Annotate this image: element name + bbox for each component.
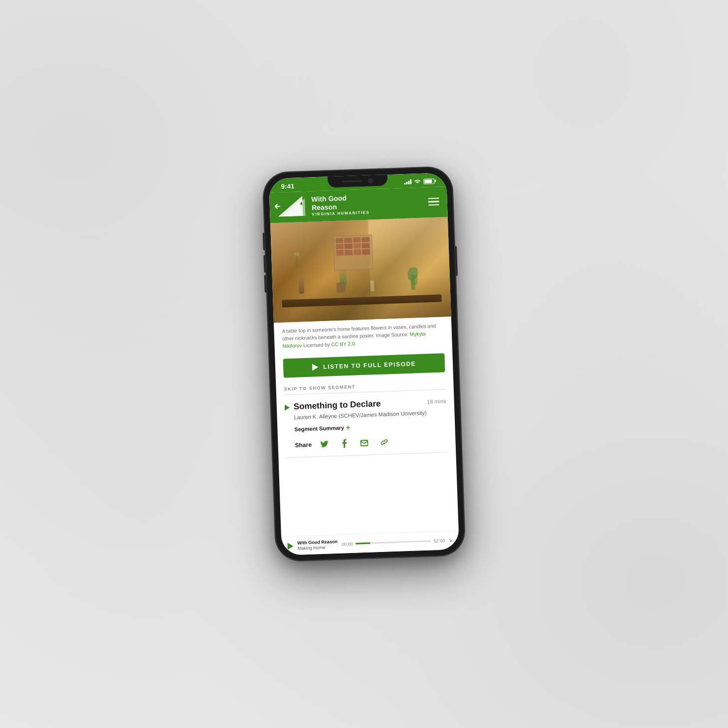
segment-title: Something to Declare	[294, 398, 381, 411]
wifi-icon	[414, 178, 421, 184]
scene-shadow	[272, 276, 451, 322]
logo-triangle-icon	[277, 196, 308, 217]
signal-bar-4	[410, 179, 411, 184]
link-share-button[interactable]	[377, 435, 391, 450]
signal-bars-icon	[404, 179, 411, 184]
logo-text-group: With Good Reason VIRGINIA HUMANITIES	[311, 193, 369, 216]
divider-bottom	[286, 452, 448, 458]
notch-camera	[368, 178, 373, 183]
twitter-share-button[interactable]	[317, 437, 332, 452]
poster-cell	[336, 238, 344, 243]
phone-device: 9:41	[263, 167, 466, 562]
scene-poster	[333, 234, 373, 271]
segment-duration: 18 mins	[427, 398, 446, 404]
status-icons	[404, 178, 434, 185]
segment-summary-button[interactable]: Segment Summary +	[294, 420, 447, 434]
scroll-content: A table top in someone's home features f…	[274, 316, 459, 555]
share-label: Share	[295, 441, 312, 449]
segments-section: SKIP TO SHOW SEGMENT Something to Declar…	[276, 375, 456, 462]
segment-item-1: Something to Declare 18 mins Lauren K. A…	[284, 394, 448, 462]
listen-button-label: LISTEN TO FULL EPISODE	[323, 360, 416, 370]
phone-screen: 9:41	[269, 173, 459, 555]
player-time-current: 00:00	[342, 542, 353, 547]
caption-area: A table top in someone's home features f…	[274, 316, 452, 355]
hamburger-line-2	[428, 201, 439, 202]
play-icon	[312, 364, 318, 370]
email-share-button[interactable]	[357, 436, 371, 450]
player-progress-fill	[355, 543, 370, 545]
share-row: Share	[295, 433, 448, 453]
player-controls: 00:00 52:00	[342, 538, 445, 546]
hamburger-line-1	[428, 197, 439, 199]
segment-summary-plus-icon: +	[346, 423, 351, 431]
scene-flowers-1	[293, 252, 301, 267]
player-progress-bar[interactable]	[355, 541, 431, 545]
caption-link-license[interactable]: CC BY 2.0	[331, 341, 355, 347]
battery-fill	[424, 180, 432, 183]
signal-bar-3	[408, 181, 409, 184]
hero-image-inner	[270, 217, 451, 323]
player-close-button[interactable]: ×	[449, 537, 453, 545]
notch-speaker	[342, 180, 362, 182]
signal-bar-2	[406, 182, 407, 184]
player-time-total: 52:00	[434, 538, 445, 544]
listen-full-episode-button[interactable]: LISTEN TO FULL EPISODE	[283, 353, 445, 377]
hamburger-line-3	[428, 204, 439, 205]
phone-notch	[328, 175, 388, 187]
player-episode-name: Making Home	[298, 545, 338, 551]
player-info: With Good Reason Making Home	[297, 539, 338, 551]
status-time: 9:41	[281, 182, 295, 190]
signal-bar-1	[404, 183, 405, 184]
segment-summary-label: Segment Summary	[294, 425, 344, 432]
hamburger-menu-icon[interactable]	[428, 197, 439, 205]
facebook-share-button[interactable]	[337, 436, 352, 451]
segment-play-icon[interactable]	[285, 404, 290, 410]
caption-text: A table top in someone's home features f…	[282, 322, 444, 350]
hero-image	[270, 217, 451, 323]
logo-title: With Good Reason	[311, 193, 369, 212]
audio-player: With Good Reason Making Home 00:00 52:00…	[281, 531, 459, 555]
app-logo[interactable]: With Good Reason VIRGINIA HUMANITIES	[277, 193, 369, 217]
phone-frame: 9:41	[263, 167, 466, 562]
player-play-button[interactable]	[287, 543, 293, 549]
battery-icon	[423, 178, 434, 184]
